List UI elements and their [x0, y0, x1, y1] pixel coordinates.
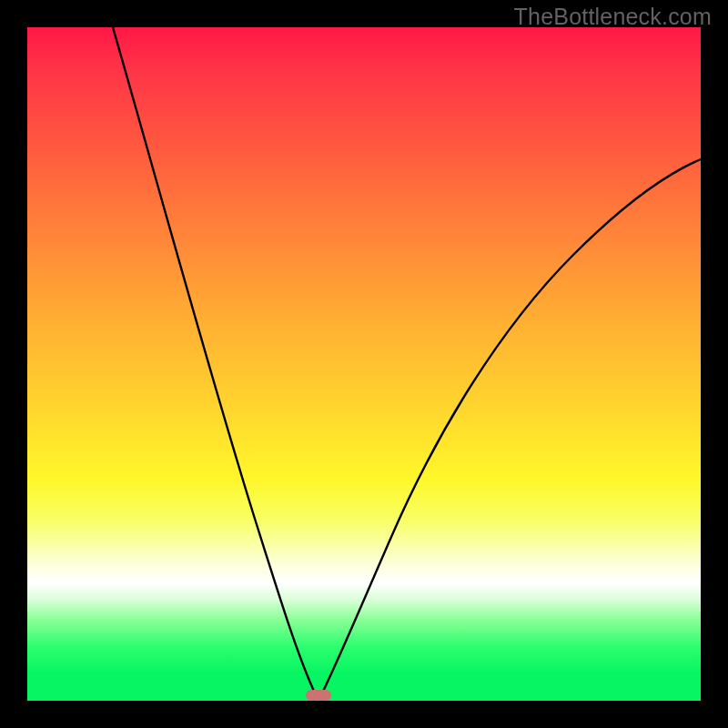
chart-frame: TheBottleneck.com [0, 0, 728, 728]
chart-curves [27, 27, 701, 701]
bottleneck-marker [306, 690, 331, 701]
watermark-text: TheBottleneck.com [514, 4, 712, 30]
left-curve [113, 27, 318, 701]
right-curve [318, 159, 701, 701]
plot-area [27, 27, 701, 701]
